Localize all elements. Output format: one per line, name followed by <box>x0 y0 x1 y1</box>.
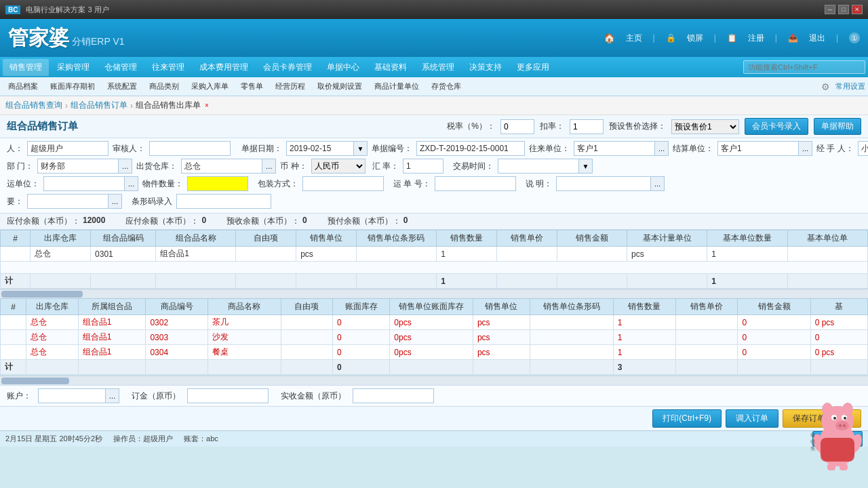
nav-member[interactable]: 会员卡券管理 <box>256 59 319 76</box>
breadcrumb-item-1[interactable]: 组合品销售查询 <box>5 100 62 111</box>
nav-sales[interactable]: 销售管理 <box>3 59 49 76</box>
warehouse-input[interactable] <box>181 159 262 174</box>
nav-warehouse[interactable]: 仓储管理 <box>98 59 144 76</box>
payable-value: 12000 <box>83 216 105 227</box>
lock-link[interactable]: 锁屏 <box>687 33 703 44</box>
nav-system[interactable]: 系统管理 <box>415 59 461 76</box>
nav-cost[interactable]: 成本费用管理 <box>193 59 255 76</box>
remark-btn[interactable]: … <box>651 176 665 191</box>
nav-more[interactable]: 更多应用 <box>510 59 556 76</box>
to-unit-input[interactable] <box>574 141 655 156</box>
lower-scroll-thumb[interactable] <box>1 378 69 384</box>
audit-input[interactable] <box>149 141 231 156</box>
title-bar-text: 电脑行业解决方案 3 用户 <box>26 5 108 15</box>
subnav-products[interactable]: 商品档案 <box>3 79 43 94</box>
import-order-button[interactable]: 调入订单 <box>726 409 778 428</box>
discount-input[interactable] <box>570 119 604 134</box>
nav-basic[interactable]: 基础资料 <box>368 59 414 76</box>
print-button[interactable]: 打印(Ctrl+F9) <box>652 409 722 428</box>
minimize-button[interactable]: ─ <box>825 5 835 14</box>
pack-input[interactable] <box>302 176 384 191</box>
page-title-area: 组合品销售订单 税率（%）： 扣率： 预设售价选择： 预设售价1 会员卡号录入 … <box>0 115 868 138</box>
ship-unit-input[interactable] <box>43 176 125 191</box>
currency-select[interactable]: 人民币 <box>311 159 366 174</box>
register-link[interactable]: 注册 <box>748 33 764 44</box>
breadcrumb-close-button[interactable]: × <box>205 102 209 109</box>
function-search-input[interactable] <box>743 60 865 74</box>
maximize-button[interactable]: □ <box>838 5 849 14</box>
svg-rect-14 <box>827 464 835 470</box>
breadcrumb-item-2[interactable]: 组合品销售订单 <box>71 100 127 111</box>
settlement-input[interactable] <box>717 141 799 156</box>
price-select-dropdown[interactable]: 预设售价1 <box>671 119 739 134</box>
rate-input[interactable] <box>403 159 443 174</box>
pre-pay-value: 0 <box>403 216 408 227</box>
nav-decision[interactable]: 决策支持 <box>462 59 509 76</box>
account-picker-button[interactable]: … <box>106 388 119 403</box>
common-settings-link[interactable]: 常用设置 <box>835 81 865 92</box>
item-count-label: 物件数量： <box>142 178 183 190</box>
lower-table-row-3[interactable]: 总仓 组合品1 0304 餐桌 0 0pcs pcs 1 0 0 pcs <box>1 345 868 360</box>
ship-unit-picker-button[interactable]: … <box>125 176 138 191</box>
lower-table-scrollbar[interactable] <box>0 375 868 385</box>
to-unit-picker-button[interactable]: … <box>655 141 669 156</box>
breadcrumb-item-3: 组合品销售出库单 <box>136 100 201 111</box>
item-count-input[interactable] <box>187 176 248 191</box>
person-input[interactable] <box>27 141 108 156</box>
subnav-retail[interactable]: 零售单 <box>235 79 269 94</box>
subnav-category[interactable]: 商品类别 <box>144 79 184 94</box>
require-input[interactable] <box>27 194 108 209</box>
handler-input[interactable] <box>858 141 868 156</box>
actual-amount-input[interactable] <box>353 388 434 403</box>
require-picker-button[interactable]: … <box>108 194 122 209</box>
remark-input[interactable] <box>556 176 651 191</box>
date-picker-button[interactable]: ▼ <box>354 141 368 156</box>
dept-input[interactable] <box>37 159 119 174</box>
help-button[interactable]: 单据帮助 <box>814 118 861 135</box>
subnav-price-rule[interactable]: 取价规则设置 <box>312 79 368 94</box>
status-date: 2月15日 星期五 20时45分2秒 <box>5 434 102 444</box>
order-no-input[interactable] <box>416 141 525 156</box>
settlement-picker-button[interactable]: … <box>799 141 812 156</box>
order-amount-label: 订金（原币） <box>132 390 180 402</box>
subnav-history[interactable]: 经营历程 <box>270 79 311 94</box>
upper-col-name: 组合品名称 <box>156 230 236 247</box>
order-amount-input[interactable] <box>187 388 269 403</box>
track-no-input[interactable] <box>435 176 516 191</box>
nav-relations[interactable]: 往来管理 <box>145 59 191 76</box>
scroll-thumb[interactable] <box>1 291 83 298</box>
trade-time-input[interactable] <box>498 159 579 174</box>
settings-icon[interactable]: ⚙ <box>821 81 830 92</box>
tax-rate-input[interactable] <box>500 119 534 134</box>
warehouse-picker-button[interactable]: … <box>262 159 276 174</box>
nav-purchase[interactable]: 采购管理 <box>50 59 96 76</box>
barcode-input[interactable] <box>176 194 271 209</box>
subnav-stock-init[interactable]: 账面库存期初 <box>45 79 100 94</box>
logout-link[interactable]: 退出 <box>809 33 825 44</box>
lower-col-name: 商品名称 <box>208 299 281 315</box>
upper-table-scrollbar[interactable] <box>0 289 868 298</box>
account-input[interactable] <box>38 388 106 403</box>
date-field-group: ▼ <box>286 141 368 156</box>
home-link[interactable]: 主页 <box>626 33 642 44</box>
subnav-config[interactable]: 系统配置 <box>102 79 142 94</box>
date-label: 单据日期： <box>241 143 282 155</box>
date-input[interactable] <box>286 141 354 156</box>
dept-picker-button[interactable]: … <box>119 159 132 174</box>
trade-time-label: 交易时间： <box>453 161 494 172</box>
nav-orders[interactable]: 单据中心 <box>320 59 366 76</box>
trade-time-picker-button[interactable]: ▼ <box>579 159 593 174</box>
subnav-purchase-in[interactable]: 采购入库单 <box>186 79 234 94</box>
close-button[interactable]: ✕ <box>852 5 863 14</box>
upper-total-base-qty: 1 <box>707 274 787 289</box>
subnav-warehouse[interactable]: 存货仓库 <box>426 79 467 94</box>
upper-table-row[interactable]: 总仓 0301 组合品1 pcs 1 pcs 1 <box>1 247 868 262</box>
pack-label: 包装方式： <box>258 178 298 190</box>
order-no-label: 单据编号： <box>372 143 412 155</box>
lower-table-row-2[interactable]: 总仓 组合品1 0303 沙发 0 0pcs pcs 1 0 0 <box>1 330 868 345</box>
member-card-input-button[interactable]: 会员卡号录入 <box>745 118 808 135</box>
upper-table: # 出库仓库 组合品编码 组合品名称 自由项 销售单位 销售单位条形码 销售数量… <box>0 230 868 289</box>
lower-table-row-1[interactable]: 总仓 组合品1 0302 茶几 0 0pcs pcs 1 0 0 pcs <box>1 315 868 330</box>
subnav-unit[interactable]: 商品计量单位 <box>369 79 425 94</box>
lower-table: # 出库仓库 所属组合品 商品编号 商品名称 自由项 账面库存 销售单位账面库存… <box>0 298 868 375</box>
